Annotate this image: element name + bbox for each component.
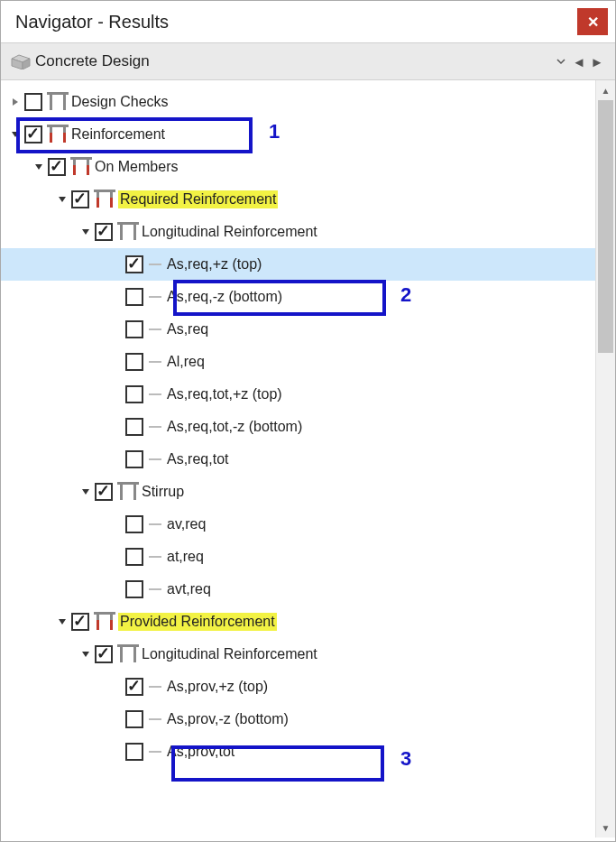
checkbox[interactable] xyxy=(125,580,143,598)
expander-icon[interactable] xyxy=(55,615,69,629)
tree-label[interactable]: Stirrup xyxy=(142,484,184,500)
title-bar: Navigator - Results ✕ xyxy=(1,1,615,42)
tree-label[interactable]: As,req,tot,+z (top) xyxy=(167,386,282,402)
vertical-scrollbar[interactable]: ▲ ▼ xyxy=(595,80,615,837)
checkbox[interactable] xyxy=(71,190,89,208)
beam-icon xyxy=(116,482,140,502)
leaf-icon xyxy=(149,556,161,558)
tree-label[interactable]: av,req xyxy=(167,516,206,532)
tree-row-on-members: On Members xyxy=(1,151,595,183)
checkbox[interactable] xyxy=(125,743,143,761)
expander-icon[interactable] xyxy=(32,160,46,174)
checkbox[interactable] xyxy=(125,710,143,728)
tree-label[interactable]: As,req,tot,-z (bottom) xyxy=(167,419,302,435)
tree-row: As,req xyxy=(1,313,595,346)
leaf-icon xyxy=(149,523,161,525)
tree-label[interactable]: Longitudinal Reinforcement xyxy=(142,224,317,240)
tree-label[interactable]: As,prov,tot xyxy=(167,744,234,760)
expander-icon[interactable] xyxy=(78,225,93,239)
tree-row: Al,req xyxy=(1,346,595,378)
tree-row-reinforcement: Reinforcement xyxy=(1,118,595,151)
tree-row: As,prov,-z (bottom) xyxy=(1,703,595,736)
tree-label[interactable]: As,req,-z (bottom) xyxy=(167,289,282,305)
beam-icon xyxy=(93,190,116,209)
tree-label[interactable]: Required Reinforcement xyxy=(118,190,278,208)
tree-label[interactable]: avt,req xyxy=(167,581,211,597)
category-dropdown[interactable]: Concrete Design ◄ ► xyxy=(1,42,615,80)
annotation-label-2: 2 xyxy=(400,283,411,307)
tree-label[interactable]: Reinforcement xyxy=(71,126,165,143)
leaf-icon xyxy=(149,588,161,590)
leaf-icon xyxy=(149,718,161,720)
checkbox[interactable] xyxy=(125,255,143,273)
tree-label[interactable]: As,prov,+z (top) xyxy=(167,679,268,695)
checkbox[interactable] xyxy=(125,418,143,436)
tree-row: As,req,tot xyxy=(1,443,595,476)
expander-icon[interactable] xyxy=(78,647,93,662)
tree-label[interactable]: As,req xyxy=(167,321,208,338)
tree-row-stirrup: Stirrup xyxy=(1,476,595,508)
checkbox[interactable] xyxy=(125,548,143,566)
checkbox[interactable] xyxy=(125,320,143,338)
leaf-icon xyxy=(149,361,161,363)
tree-row: at,req xyxy=(1,541,595,573)
tree-label[interactable]: As,prov,-z (bottom) xyxy=(167,711,289,727)
tree-label[interactable]: On Members xyxy=(95,159,178,175)
beam-icon xyxy=(46,92,69,112)
checkbox[interactable] xyxy=(24,93,42,111)
checkbox[interactable] xyxy=(125,385,143,403)
leaf-icon xyxy=(149,426,161,428)
tree-label[interactable]: Design Checks xyxy=(71,94,169,110)
tree-label[interactable]: Longitudinal Reinforcement xyxy=(142,646,317,662)
tree-row-long-reinf-2: Longitudinal Reinforcement xyxy=(1,638,595,671)
leaf-icon xyxy=(149,393,161,395)
checkbox[interactable] xyxy=(95,645,113,663)
checkbox[interactable] xyxy=(95,483,113,501)
tree-row: av,req xyxy=(1,508,595,541)
expander-icon[interactable] xyxy=(55,192,69,207)
tree-row: avt,req xyxy=(1,573,595,606)
checkbox[interactable] xyxy=(125,353,143,371)
tree-label[interactable]: Provided Reinforcement xyxy=(118,613,277,631)
tree-label[interactable]: As,req,tot xyxy=(167,451,228,467)
expander-icon[interactable] xyxy=(8,127,23,142)
beam-icon xyxy=(93,612,116,632)
tree-row-provided-reinf: Provided Reinforcement xyxy=(1,606,595,638)
tree-label[interactable]: As,req,+z (top) xyxy=(167,256,262,273)
beam-icon xyxy=(46,125,69,144)
scroll-down-icon[interactable]: ▼ xyxy=(596,818,615,837)
checkbox[interactable] xyxy=(24,125,42,143)
expander-icon[interactable] xyxy=(8,95,23,109)
tree-row-design-checks: Design Checks xyxy=(1,86,595,118)
beam-icon xyxy=(116,644,140,664)
panel-title: Navigator - Results xyxy=(15,12,169,32)
checkbox[interactable] xyxy=(125,288,143,306)
checkbox[interactable] xyxy=(125,678,143,696)
leaf-icon xyxy=(149,296,161,298)
tree-row-required-reinf: Required Reinforcement xyxy=(1,183,595,216)
tree-row-as-req-pz: As,req,+z (top) xyxy=(1,248,595,281)
leaf-icon xyxy=(149,328,161,330)
scroll-thumb[interactable] xyxy=(598,100,613,353)
nav-next-button[interactable]: ► xyxy=(588,54,606,69)
tree-label[interactable]: Al,req xyxy=(167,354,205,370)
expander-icon[interactable] xyxy=(78,485,93,499)
tree-row: As,req,tot,-z (bottom) xyxy=(1,411,595,443)
checkbox[interactable] xyxy=(95,223,113,241)
dropdown-label: Concrete Design xyxy=(35,52,552,70)
tree-label[interactable]: at,req xyxy=(167,549,204,565)
checkbox[interactable] xyxy=(48,158,66,176)
nav-prev-button[interactable]: ◄ xyxy=(570,54,588,69)
checkbox[interactable] xyxy=(125,450,143,468)
tree-row-long-reinf: Longitudinal Reinforcement xyxy=(1,216,595,248)
checkbox[interactable] xyxy=(71,613,89,631)
close-button[interactable]: ✕ xyxy=(577,8,608,35)
scroll-up-icon[interactable]: ▲ xyxy=(596,80,615,100)
tree-row-as-prov-pz: As,prov,+z (top) xyxy=(1,671,595,703)
beam-icon xyxy=(116,222,140,242)
annotation-label-1: 1 xyxy=(269,120,280,143)
checkbox[interactable] xyxy=(125,515,143,533)
annotation-label-3: 3 xyxy=(400,747,411,771)
chevron-down-icon[interactable] xyxy=(552,54,570,69)
leaf-icon xyxy=(149,458,161,460)
